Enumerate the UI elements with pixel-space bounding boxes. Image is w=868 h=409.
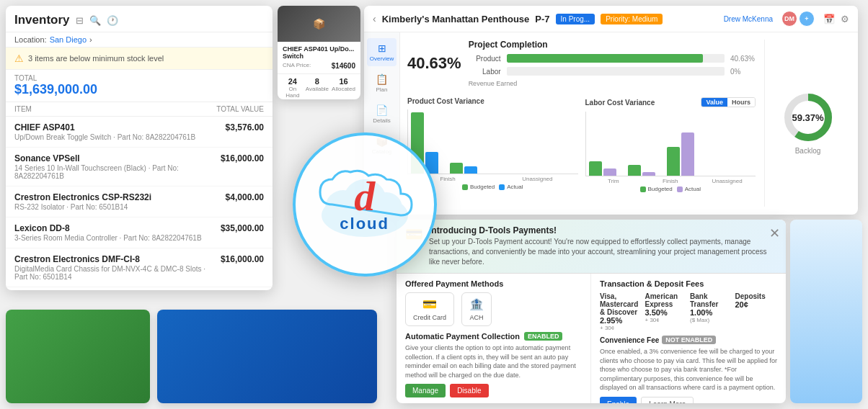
table-row[interactable]: Sony KD-85A80J 65" Class (64.5" viewable… <box>6 287 273 290</box>
light-blue-panel <box>790 220 862 403</box>
available-stat: 8 Available <box>306 77 329 99</box>
item-name: Sonance VPSell <box>14 153 221 163</box>
product-bar-pct: 40.63% <box>730 55 756 63</box>
completion-percentage: 40.63% <box>407 54 461 73</box>
col-item: ITEM <box>14 105 32 113</box>
overview-icon: ⊞ <box>378 42 386 54</box>
back-button[interactable]: ‹ <box>373 13 376 24</box>
chart-bar-actual <box>681 132 694 176</box>
visa-rate: 2.95% <box>600 316 642 325</box>
conv-title: Convenience Fee <box>600 336 659 344</box>
labor-progress-bar <box>507 67 725 76</box>
priority-badge[interactable]: Priority: Medium <box>601 14 663 24</box>
product-chart-title: Product Cost Variance <box>407 97 578 105</box>
auto-payment-row: Automatic Payment Collection ENABLED <box>405 332 582 341</box>
allocated-stat: 16 Allocated <box>332 77 355 99</box>
disable-button[interactable]: Disable <box>450 384 488 397</box>
chart-bar-budgeted <box>628 165 641 176</box>
visa-fee: Visa, Mastercard & Discover 2.95% + 30¢ <box>600 292 642 331</box>
credit-card-icon: 💳 <box>422 297 437 311</box>
table-row[interactable]: CHIEF ASP401 Up/Down Break Toggle Switch… <box>6 117 273 148</box>
dcloud-text: cloud <box>340 215 389 233</box>
project-panel: ‹ Kimberly's Manhattan Penthouse P-7 In … <box>364 6 858 215</box>
sidebar-item-label: Details <box>373 117 390 124</box>
completion-label: Project Completion <box>469 40 756 50</box>
product-image: 📦 <box>278 6 360 42</box>
history-icon[interactable]: 🕐 <box>107 15 118 26</box>
filter-icon[interactable]: ⊟ <box>76 15 84 26</box>
close-button[interactable]: ✕ <box>769 225 780 241</box>
sidebar-item-label: Plan <box>376 86 387 93</box>
amex-rate: 3.50% <box>645 308 688 317</box>
total-label: Total <box>14 74 264 82</box>
table-row[interactable]: Crestron Electronics CSP-RS232i RS-232 I… <box>6 186 273 217</box>
labor-bar-pct: 0% <box>730 68 756 76</box>
chart-xlabel-trim: Trim <box>588 178 639 184</box>
deposit-rate: 20¢ <box>735 300 778 309</box>
visa-sub: + 30¢ <box>600 325 642 331</box>
sidebar-item-plan[interactable]: 📋 Plan <box>373 69 391 97</box>
calendar-icon[interactable]: 📅 <box>823 14 835 24</box>
amex-fee: American Express 3.50% + 30¢ <box>645 292 688 331</box>
sidebar-item-details[interactable]: 📄 Details <box>370 100 393 128</box>
payments-right: Transaction & Deposit Fees Visa, Masterc… <box>591 274 786 403</box>
item-value: $16,000.00 <box>221 153 264 163</box>
fees-grid: Visa, Mastercard & Discover 2.95% + 30¢ … <box>600 292 777 331</box>
payments-panel: 💳 Introducing D-Tools Payments! Set up y… <box>397 220 786 403</box>
labor-chart-title: Labor Cost Variance Value Hours <box>585 97 756 107</box>
status-badge[interactable]: In Prog... <box>556 14 595 24</box>
deposit-label: Deposits <box>735 292 778 300</box>
enable-button[interactable]: Enable <box>600 397 637 403</box>
bank-rate: 1.00% <box>690 308 732 317</box>
item-desc: 14 Series 10 In-Wall Touchscreen (Black)… <box>14 164 221 180</box>
item-value: $3,576.00 <box>226 122 264 132</box>
convenience-fee-section: Convenience Fee NOT ENABLED Once enabled… <box>600 336 777 403</box>
item-value: $4,000.00 <box>226 192 264 202</box>
conv-desc: Once enabled, a 3% convenience fee will … <box>600 347 777 392</box>
labor-cost-chart: Labor Cost Variance Value Hours <box>585 97 756 192</box>
table-row[interactable]: Sonance VPSell 14 Series 10 In-Wall Touc… <box>6 148 273 186</box>
toggle-value[interactable]: Value <box>701 98 727 107</box>
item-name: Crestron Electronics DMF-CI-8 <box>14 254 221 264</box>
backlog-label: Backlog <box>795 147 821 155</box>
green-panel <box>6 310 150 403</box>
settings-icon[interactable]: ⚙ <box>841 14 849 24</box>
product-bar-fill <box>507 54 703 63</box>
table-row[interactable]: Crestron Electronics DMF-CI-8 DigitalMed… <box>6 248 273 287</box>
allocated-label: Allocated <box>332 86 355 92</box>
total-value: $1,639,000.00 <box>14 82 264 97</box>
on-hand-label: On Hand <box>283 86 303 99</box>
plan-icon: 📋 <box>376 73 388 85</box>
learn-more-button[interactable]: Learn More <box>641 397 694 403</box>
credit-card-method[interactable]: 💳 Credit Card <box>405 292 454 326</box>
search-icon[interactable]: 🔍 <box>89 15 101 26</box>
location-value[interactable]: San Diego <box>50 35 87 44</box>
amex-label: American Express <box>645 292 688 308</box>
backlog-panel: 59.37% Backlog <box>764 40 851 207</box>
sidebar-item-overview[interactable]: ⊞ Overview <box>367 38 397 66</box>
ach-method[interactable]: 🏦 ACH <box>461 292 492 326</box>
toggle-hours[interactable]: Hours <box>727 98 755 107</box>
auto-payment-desc: Give your clients the option to opt into… <box>405 343 582 379</box>
allocated-value: 16 <box>332 77 355 86</box>
table-row[interactable]: Lexicon DD-8 3-Series Room Media Control… <box>6 217 273 248</box>
manage-button[interactable]: Manage <box>405 384 446 397</box>
dcloud-letter: d <box>354 176 375 217</box>
payments-left: Offered Payment Methods 💳 Credit Card 🏦 … <box>397 274 591 403</box>
product-progress-bar <box>507 54 725 63</box>
project-id: P-7 <box>535 14 549 24</box>
blue-panel <box>157 310 377 403</box>
chart-group-unassigned <box>667 132 694 176</box>
item-desc: 3-Series Room Media Controller · Part No… <box>14 234 202 242</box>
legend-budgeted: Budgeted <box>462 184 495 190</box>
chart-bar-budgeted <box>589 161 602 176</box>
details-icon: 📄 <box>376 104 388 116</box>
total-section: Total $1,639,000.00 <box>6 70 273 102</box>
actual-dot <box>499 184 505 190</box>
chart-toggle[interactable]: Value Hours <box>701 97 756 107</box>
price-label: CNA Price: <box>283 62 311 70</box>
item-name: Crestron Electronics CSP-RS232i <box>14 192 151 202</box>
revenue-label: Revenue Earned <box>469 80 756 87</box>
product-preview-panel: 📦 CHIEF ASP401 Up/Do... Switch CNA Price… <box>278 6 360 99</box>
sidebar-item-label: Overview <box>370 55 394 62</box>
